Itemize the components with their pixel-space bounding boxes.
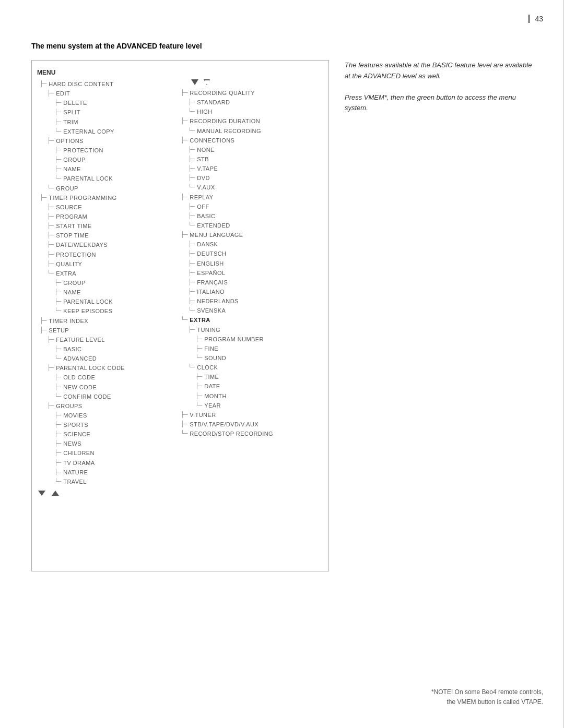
tree-item: ├─TUNING bbox=[188, 325, 322, 335]
tree-connector: ├─ bbox=[54, 468, 61, 477]
tree-label: NAME bbox=[63, 288, 81, 297]
tree-connector: ├─ bbox=[181, 88, 187, 98]
footer-note: *NOTE! On some Beo4 remote controls, the… bbox=[431, 687, 543, 707]
tree-connector: ├─ bbox=[188, 268, 195, 278]
tree-connector: └─ bbox=[188, 107, 195, 116]
tree-item: └─EXTRA bbox=[47, 269, 175, 278]
tree-item: ├─DVD bbox=[188, 173, 322, 183]
tree-item: ├─OLD CODE bbox=[54, 373, 175, 382]
tree-item: └─KEEP EPISODES bbox=[54, 306, 175, 316]
tree-label: FINE bbox=[204, 344, 218, 353]
tree-label: DEUTSCH bbox=[197, 249, 226, 258]
tree-label: HARD DISC CONTENT bbox=[49, 79, 113, 89]
tree-label: BASIC bbox=[197, 211, 215, 221]
arrow-down-nav bbox=[38, 491, 45, 496]
tree-item: ├─DATE/WEEKDAYS bbox=[47, 240, 175, 249]
tree-label: V.TUNER bbox=[190, 410, 216, 420]
tree-label: SETUP bbox=[49, 326, 69, 335]
tree-item: └─ADVANCED bbox=[54, 354, 175, 363]
tree-label: GROUP bbox=[63, 278, 86, 288]
tree-label: PROTECTION bbox=[63, 146, 103, 155]
tree-label: NONE bbox=[197, 145, 215, 154]
tree-item: ├─SETUP bbox=[40, 326, 175, 335]
tree-label: ADVANCED bbox=[63, 354, 97, 363]
tree-connector: ├─ bbox=[54, 344, 61, 354]
tree-label: STANDARD bbox=[197, 98, 230, 107]
tree-connector: ├─ bbox=[181, 136, 187, 145]
tree-item: └─YEAR bbox=[195, 401, 322, 410]
tree-connector: └─ bbox=[47, 184, 54, 193]
tree-connector: ├─ bbox=[195, 335, 202, 344]
tree-connector: ├─ bbox=[195, 381, 202, 391]
tree-item: ├─BASIC bbox=[54, 344, 175, 354]
tree-label: RECORDING DURATION bbox=[190, 116, 260, 126]
tree-item: ├─QUALITY bbox=[47, 259, 175, 269]
tree-item: ├─START TIME bbox=[47, 221, 175, 231]
tree-connector: └─ bbox=[54, 354, 61, 363]
tree-item: ├─FRANÇAIS bbox=[188, 278, 322, 287]
tree-item: ├─PROTECTION bbox=[47, 250, 175, 259]
tree-item: └─MANUAL RECORDING bbox=[188, 126, 322, 136]
tree-item: └─EXTRA bbox=[181, 315, 322, 325]
tree-connector: ├─ bbox=[54, 458, 61, 468]
tree-label: ITALIANO bbox=[197, 287, 225, 296]
tree-label: MONTH bbox=[204, 391, 227, 401]
tree-item: ├─TRIM bbox=[54, 117, 175, 127]
tree-item: ├─NAME bbox=[54, 164, 175, 174]
tree-label: FEATURE LEVEL bbox=[56, 335, 105, 344]
tree-item: ├─DANSK bbox=[188, 240, 322, 249]
tree-item: ├─SPORTS bbox=[54, 420, 175, 429]
menu-label: MENU bbox=[32, 66, 328, 79]
tree-connector: └─ bbox=[54, 477, 61, 486]
tree-item: ├─STOP TIME bbox=[47, 231, 175, 240]
tree-connector: ├─ bbox=[195, 372, 202, 381]
tree-label: TIMER PROGRAMMING bbox=[49, 193, 116, 202]
tree-connector: ├─ bbox=[47, 136, 54, 146]
tree-connector: └─ bbox=[188, 126, 195, 136]
tree-item: ├─PROGRAM bbox=[47, 212, 175, 221]
tree-connector: ├─ bbox=[181, 193, 187, 202]
tree-connector: └─ bbox=[195, 401, 202, 410]
tree-item: ├─NATURE bbox=[54, 468, 175, 477]
tree-item: ├─CONNECTIONS bbox=[181, 136, 322, 145]
scroll-indicators bbox=[191, 79, 322, 85]
tree-connector: ├─ bbox=[195, 391, 202, 401]
tree-connector: ├─ bbox=[181, 116, 187, 126]
tree-connector: ├─ bbox=[54, 288, 61, 297]
tree-connector: ├─ bbox=[195, 344, 202, 353]
tree-item: ├─V.TAPE bbox=[188, 164, 322, 173]
tree-label: EXTENDED bbox=[197, 221, 230, 230]
tree-label: RECORD/STOP RECORDING bbox=[190, 429, 273, 438]
tree-connector: ├─ bbox=[54, 420, 61, 429]
tree-item: ├─STB bbox=[188, 154, 322, 164]
tree-label: NATURE bbox=[63, 468, 88, 477]
tree-label: OPTIONS bbox=[56, 136, 84, 146]
tree-connector: ├─ bbox=[54, 448, 61, 458]
tree-item: ├─TIMER INDEX bbox=[40, 316, 175, 326]
tree-connector: ├─ bbox=[40, 316, 46, 326]
page-title: The menu system at the ADVANCED feature … bbox=[31, 42, 202, 50]
tree-label: PARENTAL LOCK bbox=[63, 297, 113, 306]
tree-connector: └─ bbox=[54, 127, 61, 136]
tree-item: ├─DEUTSCH bbox=[188, 249, 322, 258]
tree-item: └─RECORD/STOP RECORDING bbox=[181, 429, 322, 438]
tree-item: ├─GROUP bbox=[54, 155, 175, 164]
tree-label: EDIT bbox=[56, 89, 70, 98]
tree-item: └─CONFIRM CODE bbox=[54, 392, 175, 401]
tree-connector: ├─ bbox=[188, 278, 195, 287]
tree-connector: ├─ bbox=[54, 411, 61, 420]
tree-item: └─PARENTAL LOCK bbox=[54, 174, 175, 183]
tree-label: STB/V.TAPE/DVD/V.AUX bbox=[190, 420, 258, 429]
tree-item: ├─V.TUNER bbox=[181, 410, 322, 420]
tree-connector: ├─ bbox=[181, 230, 187, 240]
tree-connector: └─ bbox=[54, 306, 61, 316]
tree-label: YEAR bbox=[204, 401, 221, 410]
tree-item: └─CLOCK bbox=[188, 363, 322, 372]
tree-label: PARENTAL LOCK CODE bbox=[56, 363, 125, 373]
tree-item: ├─GROUP bbox=[54, 278, 175, 288]
menu-box: MENU ├─HARD DISC CONTENT├─EDIT├─DELETE├─… bbox=[31, 60, 329, 571]
tree-item: ├─NEW CODE bbox=[54, 383, 175, 392]
tree-connector: ├─ bbox=[188, 211, 195, 221]
tree-item: ├─TIME bbox=[195, 372, 322, 381]
tree-item: ├─FEATURE LEVEL bbox=[47, 335, 175, 344]
